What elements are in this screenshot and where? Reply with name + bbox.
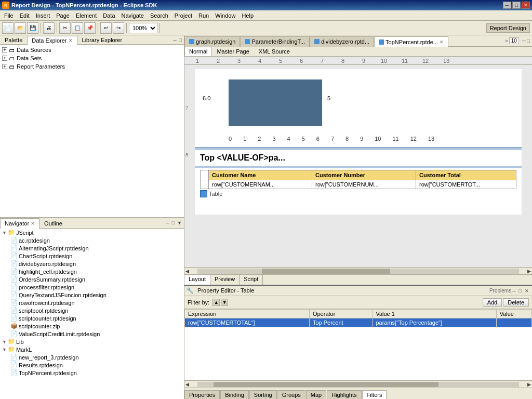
navigator-tab[interactable]: Navigator ✕ bbox=[0, 218, 39, 229]
expand-reportparams[interactable]: + bbox=[2, 64, 7, 69]
nav-processfilter[interactable]: 📄 processfilter.rptdesign bbox=[0, 283, 184, 291]
prop-minimize-btn[interactable]: ─ bbox=[511, 288, 516, 294]
tab-overflow-count[interactable]: 10 bbox=[509, 37, 519, 44]
nav-orders[interactable]: 📄 OrdersSummary.rptdesign bbox=[0, 275, 184, 283]
prop-scroll-track[interactable] bbox=[197, 382, 519, 387]
bottom-scroll[interactable]: ◀ ▶ bbox=[184, 380, 532, 388]
tab-xmlsource[interactable]: XML Source bbox=[254, 47, 295, 56]
tab-normal[interactable]: Normal bbox=[184, 47, 212, 56]
nav-querytext[interactable]: 📄 QueryTextandJSFuncion.rptdesign bbox=[0, 291, 184, 299]
nav-maximize-btn[interactable]: □ bbox=[171, 220, 176, 226]
open-button[interactable]: 📂 bbox=[15, 22, 26, 34]
nav-topnpercent[interactable]: 📄 TopNPercent.rptdesign bbox=[0, 369, 184, 377]
prop-scroll-thumb[interactable] bbox=[214, 382, 438, 387]
panel-minimize-btn[interactable]: ─ bbox=[172, 37, 177, 43]
nav-minimize-btn[interactable]: ─ bbox=[165, 220, 170, 226]
canvas-scroll-area[interactable]: 7 8 6.0 5 0 1 2 3 4 5 bbox=[184, 65, 532, 267]
bottom-tab-layout[interactable]: Layout bbox=[184, 275, 210, 285]
nav-rowofrow[interactable]: 📄 rowofrowcnt.rptdesign bbox=[0, 299, 184, 307]
tab-graph[interactable]: graph.rptdesign bbox=[184, 36, 240, 47]
bottom-tab-script[interactable]: Script bbox=[240, 275, 263, 285]
tree-item-datasets[interactable]: + 🗃 Data Sets bbox=[1, 54, 183, 62]
prop-row-0[interactable]: row["CUSTOMERTOTAL"] Top Percent params[… bbox=[185, 318, 532, 327]
zoom-select[interactable]: 100% 75% 150% bbox=[129, 23, 157, 33]
menu-search[interactable]: Search bbox=[147, 11, 171, 20]
nav-scriptbool[interactable]: 📄 scriptbool.rptdesign bbox=[0, 307, 184, 314]
expand-datasets[interactable]: + bbox=[2, 56, 7, 61]
tree-item-reportparams[interactable]: + 🗃 Report Parameters bbox=[1, 62, 183, 71]
topn-tab-close[interactable]: ✕ bbox=[440, 39, 444, 45]
nav-jscript[interactable]: ▼ 📁 JScript bbox=[0, 229, 184, 236]
navigator-close[interactable]: ✕ bbox=[31, 221, 35, 226]
tab-parameterbinding[interactable]: ParameterBindingT... bbox=[240, 36, 310, 47]
nav-alternating[interactable]: 📄 AlternatingJScript.rptdesign bbox=[0, 244, 184, 252]
delete-filter-btn[interactable]: Delete bbox=[503, 298, 529, 307]
nav-scriptcounter[interactable]: 📄 scriptcounter.rptdesign bbox=[0, 314, 184, 322]
tab-binding[interactable]: Binding bbox=[220, 390, 249, 399]
tab-masterpage[interactable]: Master Page bbox=[212, 47, 254, 56]
outline-tab[interactable]: Outline bbox=[39, 218, 67, 228]
menu-project[interactable]: Project bbox=[171, 11, 195, 20]
print-button[interactable]: 🖨 bbox=[43, 22, 55, 34]
nav-scriptcounterzip[interactable]: 📦 scriptcounter.zip bbox=[0, 322, 184, 330]
nav-chartscript[interactable]: 📄 ChartScript.rptdesign bbox=[0, 252, 184, 260]
data-explorer-tab[interactable]: Data Explorer ✕ bbox=[27, 36, 77, 45]
filter-up-btn[interactable]: ▲ bbox=[212, 299, 220, 306]
nav-highlight[interactable]: 📄 highlight_cell.rptdesign bbox=[0, 268, 184, 275]
tree-item-datasources[interactable]: + 🗃 Data Sources bbox=[1, 46, 183, 54]
expand-datasources[interactable]: + bbox=[2, 47, 7, 52]
minimize-button[interactable]: ─ bbox=[503, 2, 511, 9]
menu-element[interactable]: Element bbox=[73, 11, 100, 20]
new-button[interactable]: 📄 bbox=[2, 22, 14, 34]
tab-groups[interactable]: Groups bbox=[277, 390, 305, 399]
cut-button[interactable]: ✂ bbox=[59, 22, 71, 34]
tab-filters[interactable]: Filters bbox=[362, 390, 387, 399]
menu-insert[interactable]: Insert bbox=[33, 11, 54, 20]
paste-button[interactable]: 📌 bbox=[84, 22, 96, 34]
save-button[interactable]: 💾 bbox=[27, 22, 38, 34]
filter-down-btn[interactable]: ▼ bbox=[221, 299, 228, 306]
menu-window[interactable]: Window bbox=[212, 11, 238, 20]
tab-sorting[interactable]: Sorting bbox=[249, 390, 277, 399]
menu-data[interactable]: Data bbox=[100, 11, 118, 20]
tab-map[interactable]: Map bbox=[306, 390, 326, 399]
view-menu-btn[interactable]: ─ bbox=[522, 38, 526, 44]
nav-newreport3[interactable]: 📄 new_report_3.rptdesign bbox=[0, 353, 184, 361]
undo-button[interactable]: ↩ bbox=[100, 22, 112, 34]
nav-view-menu-btn[interactable]: ▼ bbox=[176, 220, 183, 226]
prop-scroll-left[interactable]: ◀ bbox=[184, 382, 190, 387]
h-scroll[interactable]: ◀ ▶ bbox=[184, 267, 532, 274]
scroll-right-btn[interactable]: ▶ bbox=[526, 269, 532, 274]
prop-close-btn[interactable]: ✕ bbox=[524, 288, 530, 294]
menu-navigate[interactable]: Navigate bbox=[118, 11, 147, 20]
nav-ac[interactable]: 📄 ac.rptdesign bbox=[0, 236, 184, 244]
tab-dividebyzero[interactable]: dividebyzero.rptd... bbox=[310, 36, 374, 47]
nav-markl[interactable]: ▼ 📁 MarkL bbox=[0, 345, 184, 353]
panel-maximize-btn[interactable]: □ bbox=[178, 37, 183, 43]
editor-max-btn[interactable]: □ bbox=[527, 38, 530, 44]
nav-results[interactable]: 📄 Results.rptdesign bbox=[0, 361, 184, 369]
menu-file[interactable]: File bbox=[1, 11, 17, 20]
problems-tab-btn[interactable]: Problems bbox=[489, 288, 511, 294]
data-explorer-close[interactable]: ✕ bbox=[69, 38, 73, 43]
scroll-left-btn[interactable]: ◀ bbox=[184, 269, 190, 274]
menu-help[interactable]: Help bbox=[238, 11, 257, 20]
nav-dividebyzero[interactable]: 📄 dividebyzero.rptdesign bbox=[0, 260, 184, 268]
copy-button[interactable]: 📋 bbox=[72, 22, 83, 34]
menu-run[interactable]: Run bbox=[195, 11, 212, 20]
menu-edit[interactable]: Edit bbox=[17, 11, 33, 20]
nav-valuescript[interactable]: 📄 ValueScriptCreditLimit.rptdesign bbox=[0, 330, 184, 338]
maximize-button[interactable]: □ bbox=[512, 2, 521, 9]
bottom-tab-preview[interactable]: Preview bbox=[210, 275, 240, 285]
h-scroll-thumb[interactable] bbox=[262, 269, 391, 274]
palette-tab[interactable]: Palette bbox=[0, 35, 27, 44]
prop-scroll-right[interactable]: ▶ bbox=[526, 382, 532, 387]
library-explorer-tab[interactable]: Library Explorer bbox=[77, 35, 127, 44]
prop-maximize-btn[interactable]: □ bbox=[518, 288, 523, 294]
nav-lib[interactable]: ▼ 📁 Lib bbox=[0, 338, 184, 345]
redo-button[interactable]: ↪ bbox=[113, 22, 124, 34]
add-filter-btn[interactable]: Add bbox=[483, 298, 502, 307]
tab-topnpercent[interactable]: TopNPercent.rptde... ✕ bbox=[374, 36, 448, 47]
close-button[interactable]: ✕ bbox=[522, 2, 530, 9]
h-scroll-track[interactable] bbox=[197, 269, 519, 274]
